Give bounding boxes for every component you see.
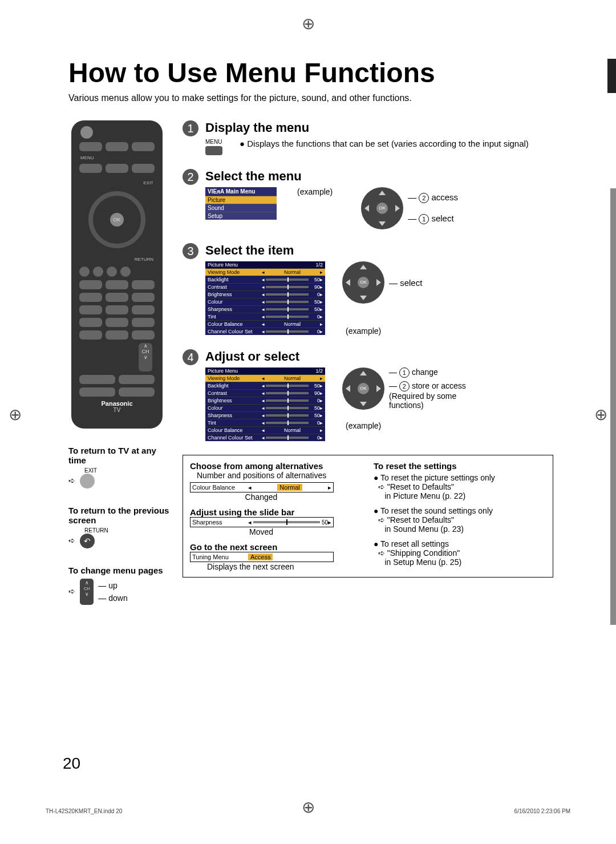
next-screen-heading: Go to the next screen xyxy=(190,542,362,552)
footer-filename: TH-L42S20KMRT_EN.indd 20 xyxy=(46,808,122,814)
ch-rocker-icon: ∧CH∨ xyxy=(80,579,94,605)
exit-button-icon xyxy=(80,474,95,488)
osd-row: Colour Balance◂ Normal ▸ xyxy=(205,320,325,328)
nav-dpad-icon: OK xyxy=(342,368,384,410)
main-menu-header: VIEᴙA Main Menu xyxy=(205,187,277,196)
change-label: change xyxy=(412,368,438,377)
osd-row: Tint◂0▸ xyxy=(205,313,325,320)
page-indicator: 1/2 xyxy=(315,262,323,268)
step-number-2: 2 xyxy=(183,169,198,185)
picture-menu-header: Picture Menu xyxy=(208,368,238,374)
page-number: 20 xyxy=(63,754,80,773)
osd-row: Sharpness◂50▸ xyxy=(205,305,325,313)
sharpness-row: Sharpness ◂50▸ xyxy=(190,517,334,527)
reset-picture: ● To reset the picture settings only ➪ "… xyxy=(374,473,546,500)
reset-sound: ● To reset the sound settings only ➪ "Re… xyxy=(374,506,546,534)
nav-dpad-icon: OK xyxy=(342,261,384,304)
osd-row: Backlight◂50▸ xyxy=(205,276,325,283)
remote-menu-label: MENU xyxy=(80,155,94,160)
remote-return-label: RETURN xyxy=(135,257,153,262)
remote-brand: Panasonic xyxy=(77,400,157,407)
osd-row: Contrast◂90▸ xyxy=(205,389,325,397)
choose-alternatives-heading: Choose from among alternatives xyxy=(190,461,323,471)
osd-row: Tint◂0▸ xyxy=(205,419,325,426)
osd-row: Sharpness◂50▸ xyxy=(205,411,325,419)
step3-title: Select the item xyxy=(205,243,553,258)
step-number-3: 3 xyxy=(183,243,198,259)
moved-caption: Moved xyxy=(190,527,333,536)
access-label: access xyxy=(431,192,458,202)
example-label: (example) xyxy=(297,187,333,196)
registration-mark-top: ⊕ xyxy=(302,14,315,33)
menu-button-icon xyxy=(205,146,222,155)
osd-row: Brightness◂0▸ xyxy=(205,290,325,298)
circled-1: 1 xyxy=(399,368,410,378)
circled-2: 2 xyxy=(419,193,429,203)
ok-icon: OK xyxy=(358,383,369,394)
footer-timestamp: 6/16/2010 2:23:06 PM xyxy=(514,808,570,814)
registration-mark-right: ⊕ xyxy=(594,405,607,424)
menu-item-picture: Picture xyxy=(205,196,277,204)
down-label: down xyxy=(108,593,127,603)
osd-row: Contrast◂90▸ xyxy=(205,283,325,290)
alternatives-desc: Number and positions of alternatives xyxy=(197,471,362,480)
remote-ok-button: OK xyxy=(110,213,124,227)
return-label: RETURN xyxy=(84,527,171,534)
remote-control-illustration: MENU EXIT OK RETURN ∧CH∨ Panasonic TV xyxy=(71,120,163,429)
adjust-slide-heading: Adjust using the slide bar xyxy=(190,507,362,517)
changed-caption: Changed xyxy=(190,492,333,502)
info-box: Choose from among alternatives Number an… xyxy=(183,455,553,578)
page-indicator: 1/2 xyxy=(315,368,323,374)
picture-menu-osd-2: Picture Menu1/2 Viewing Mode◂ Normal ▸Ba… xyxy=(205,368,325,441)
menu-item-sound: Sound xyxy=(205,204,277,212)
registration-mark-left: ⊕ xyxy=(9,405,22,424)
arrow-icon: ➪ xyxy=(68,587,75,596)
circled-1: 1 xyxy=(419,214,429,224)
step2-title: Select the menu xyxy=(205,169,553,184)
remote-tv-label: TV xyxy=(77,407,157,413)
osd-row: Brightness◂0▸ xyxy=(205,397,325,404)
menu-item-setup: Setup xyxy=(205,212,277,220)
select-label: select xyxy=(400,278,422,288)
page-title: How to Use Menu Functions xyxy=(68,57,553,88)
main-menu-osd: VIEᴙA Main Menu Picture Sound Setup xyxy=(205,187,277,220)
side-change-pages-heading: To change menu pages xyxy=(68,566,171,575)
osd-row: Channel Colour Set◂0▸ xyxy=(205,434,325,441)
example-label: (example) xyxy=(346,421,486,430)
menu-button-label: MENU xyxy=(205,139,222,145)
step-number-4: 4 xyxy=(183,349,198,365)
osd-row: Backlight◂50▸ xyxy=(205,382,325,389)
select-label: select xyxy=(431,213,453,223)
reset-settings-heading: To reset the settings xyxy=(374,461,457,471)
osd-row: Colour◂50▸ xyxy=(205,404,325,411)
return-button-icon: ↶ xyxy=(80,534,95,548)
remote-ch-rocker: ∧CH∨ xyxy=(139,343,152,371)
page-edge-bar xyxy=(610,188,616,625)
osd-row: Viewing Mode◂ Normal ▸ xyxy=(205,374,325,382)
reset-all: ● To reset all settings ➪ "Shipping Cond… xyxy=(374,539,546,567)
remote-exit-label: EXIT xyxy=(143,180,153,185)
picture-menu-osd: Picture Menu1/2 Viewing Mode◂ Normal ▸Ba… xyxy=(205,261,325,335)
step4-title: Adjust or select xyxy=(205,349,553,364)
osd-row: Viewing Mode◂ Normal ▸ xyxy=(205,268,325,276)
arrow-icon: ➪ xyxy=(68,476,75,485)
osd-row: Colour Balance◂ Normal ▸ xyxy=(205,426,325,434)
next-screen-caption: Displays the next screen xyxy=(207,562,362,571)
step1-desc: ● Displays the functions that can be set… xyxy=(240,139,529,148)
circled-2: 2 xyxy=(399,381,410,391)
registration-mark-bottom: ⊕ xyxy=(302,798,315,817)
step1-title: Display the menu xyxy=(205,120,553,135)
picture-menu-header: Picture Menu xyxy=(208,262,238,268)
ok-icon: OK xyxy=(358,277,369,288)
up-label: up xyxy=(108,581,117,590)
osd-row: Channel Colour Set◂0▸ xyxy=(205,328,325,335)
step-number-1: 1 xyxy=(183,120,198,136)
nav-dpad-icon: OK xyxy=(361,187,403,229)
colour-balance-row: Colour Balance ◂ Normal ▸ xyxy=(190,482,334,492)
tuning-menu-row: Tuning Menu Access xyxy=(190,552,334,562)
example-label: (example) xyxy=(346,326,422,336)
osd-row: Colour◂50▸ xyxy=(205,298,325,305)
side-return-prev-heading: To return to the previous screen xyxy=(68,506,171,525)
side-return-tv-heading: To return to TV at any time xyxy=(68,446,171,465)
arrow-icon: ➪ xyxy=(68,536,75,545)
